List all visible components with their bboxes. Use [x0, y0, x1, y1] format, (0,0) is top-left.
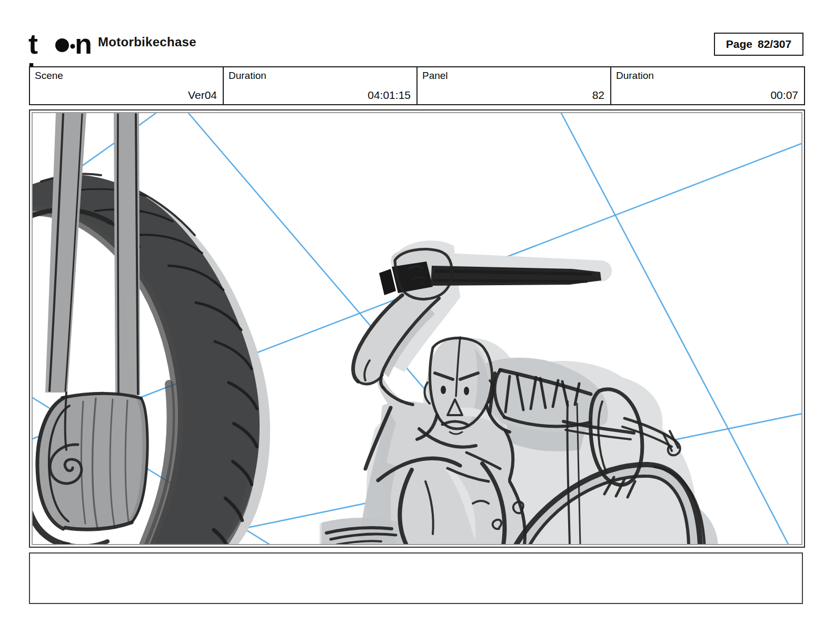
panel-duration-cell: Duration 00:07	[610, 67, 804, 104]
scene-duration-cell: Duration 04:01:15	[223, 67, 416, 104]
page-indicator: Page 82/307	[714, 33, 803, 56]
scene-value: Ver04	[188, 89, 217, 102]
brake-drum	[33, 393, 147, 545]
caption-box	[29, 552, 803, 604]
logo-letter-t: t	[28, 28, 38, 59]
panel-duration-value: 00:07	[770, 89, 798, 102]
panel-label: Panel	[422, 70, 448, 82]
logo-letter-n: n	[75, 28, 92, 59]
camera-frame	[32, 112, 802, 545]
scene-cell: Scene Ver04	[30, 67, 223, 104]
page-value: 82/307	[758, 38, 791, 51]
scene-duration-label: Duration	[229, 70, 266, 82]
page-label: Page	[726, 38, 752, 51]
panel-value: 82	[592, 89, 604, 102]
shot-info-row: Scene Ver04 Duration 04:01:15 Panel 82 D…	[29, 66, 805, 105]
panel-cell: Panel 82	[416, 67, 610, 104]
panel-duration-label: Duration	[616, 70, 654, 82]
scene-duration-value: 04:01:15	[368, 89, 411, 102]
scene-label: Scene	[35, 70, 63, 82]
project-title: Motorbikechase	[98, 35, 196, 49]
logo-dot-icon	[55, 38, 69, 52]
fork-legs	[45, 113, 140, 395]
storyboard-page: { "colors": { "border": "#1b1b1b", "ink"…	[0, 0, 834, 644]
storyboard-panel	[29, 109, 805, 548]
storyboard-drawing	[33, 113, 802, 545]
